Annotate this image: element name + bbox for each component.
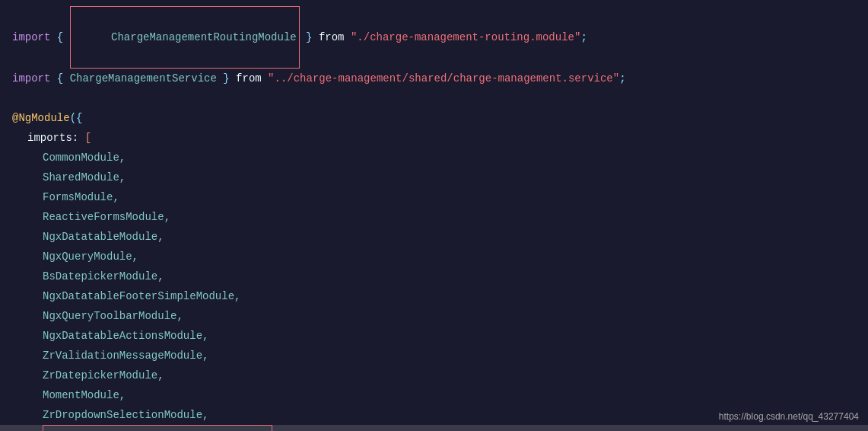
highlighted-module-1: ChargeManagementRoutingModule (70, 6, 300, 69)
code-line-4: @NgModule ({ (0, 108, 868, 128)
from-keyword-1: from (313, 27, 351, 47)
decorator-ngmodule: @NgModule (12, 108, 70, 128)
colon-5: : (72, 128, 85, 148)
code-line-17: ZrDatepickerModule, (0, 366, 868, 385)
keyword-import-2: import (12, 69, 57, 88)
code-line-12: BsDatepickerModule, (0, 267, 868, 286)
module-zr-datepicker: ZrDatepickerModule, (43, 366, 164, 385)
semicolon-2: ; (619, 69, 625, 88)
code-editor: import { ChargeManagementRoutingModule }… (0, 0, 868, 431)
string-path-1: "./charge-management-routing.module" (351, 27, 580, 47)
punctuation-brace-open-1: { (57, 27, 70, 47)
module-zr-validation: ZrValidationMessageModule, (43, 346, 208, 366)
code-line-9: ReactiveFormsModule, (0, 207, 868, 227)
code-line-7: SharedModule, (0, 168, 868, 187)
module-common: CommonModule, (43, 148, 126, 168)
module-bs-datepicker: BsDatepickerModule, (43, 267, 164, 286)
semicolon-1: ; (580, 27, 587, 47)
module-shared: SharedModule, (43, 168, 126, 187)
code-line-20-highlighted: ChargeManagementRoutingModule , (0, 425, 868, 431)
code-line-15: NgxDatatableActionsModule, (0, 326, 868, 346)
module-forms: FormsModule, (43, 187, 119, 207)
module-ngx-query-toolbar: NgxQueryToolbarModule, (43, 306, 183, 326)
module-ngx-datatable: NgxDatatableModule, (43, 227, 164, 247)
module-moment: MomentModule, (43, 385, 126, 405)
module-ngx-query: NgxQueryModule, (43, 247, 138, 267)
module-zr-dropdown: ZrDropdownSelectionModule, (43, 405, 208, 425)
module-name-routing-1: ChargeManagementRoutingModule (111, 31, 297, 43)
code-line-5: imports : [ (0, 128, 868, 148)
module-name-service-2: ChargeManagementService (70, 69, 217, 88)
code-line-13: NgxDatatableFooterSimpleModule, (0, 286, 868, 306)
code-line-10: NgxDatatableModule, (0, 227, 868, 247)
module-ngx-datatable-footer: NgxDatatableFooterSimpleModule, (43, 286, 240, 306)
code-line-6: CommonModule, (0, 148, 868, 168)
code-line-3 (0, 88, 868, 108)
module-ngx-datatable-actions: NgxDatatableActionsModule, (43, 326, 208, 346)
imports-key: imports (27, 128, 72, 148)
module-reactive-forms: ReactiveFormsModule, (43, 207, 170, 227)
punctuation-brace-open-2: { (57, 69, 70, 88)
code-line-8: FormsModule, (0, 187, 868, 207)
code-line-18: MomentModule, (0, 385, 868, 405)
highlighted-module-20: ChargeManagementRoutingModule (43, 425, 272, 431)
punctuation-brace-close-2: } (217, 69, 230, 88)
code-line-14: NgxQueryToolbarModule, (0, 306, 868, 326)
code-line-11: NgxQueryModule, (0, 247, 868, 267)
punctuation-brace-close-1: } (300, 27, 313, 47)
string-path-2: "../charge-management/shared/charge-mana… (268, 69, 619, 88)
code-line-16: ZrValidationMessageModule, (0, 346, 868, 366)
watermark: https://blog.csdn.net/qq_43277404 (719, 411, 859, 422)
keyword-import-1: import (12, 27, 57, 47)
code-line-2: import { ChargeManagementService } from … (0, 69, 868, 88)
code-line-1: import { ChargeManagementRoutingModule }… (0, 6, 868, 69)
bracket-open-5: [ (85, 128, 91, 148)
from-keyword-2: from (230, 69, 268, 88)
brace-open-4: ({ (70, 108, 83, 128)
